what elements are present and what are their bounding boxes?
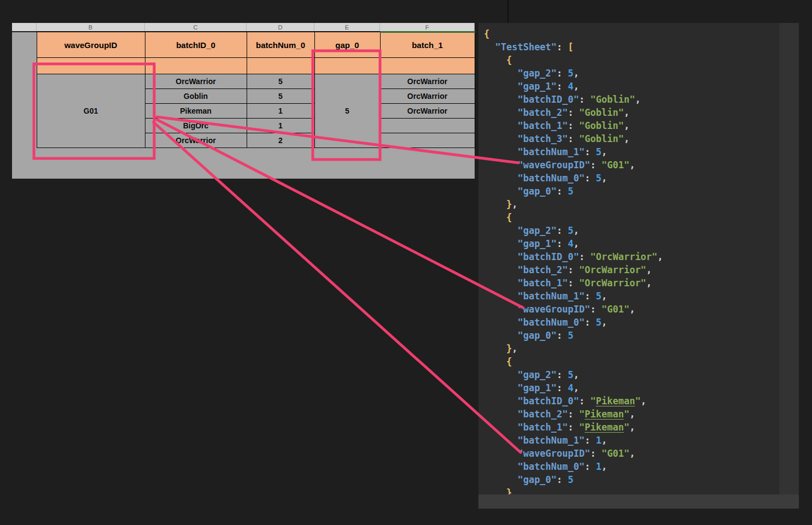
code-line[interactable]: "batch_3": "Goblin", bbox=[484, 132, 663, 145]
cell-batch_1[interactable] bbox=[380, 119, 475, 133]
code-line[interactable]: "batch_1": "Pikeman", bbox=[484, 421, 663, 434]
column-letter-D[interactable]: D bbox=[247, 23, 314, 31]
cell-batchNum_0[interactable]: 2 bbox=[247, 133, 314, 148]
code-line[interactable]: "gap_0": 5 bbox=[484, 473, 663, 486]
header-cell-batchNum_0[interactable]: batchNum_0 bbox=[247, 32, 314, 58]
code-line[interactable]: "batchID_0": "OrcWarrior", bbox=[484, 250, 663, 263]
json-brace: { bbox=[506, 55, 512, 66]
header-cell-waveGroupID[interactable]: waveGroupID bbox=[37, 32, 145, 58]
code-text[interactable]: { "TestSheet": [ { "gap_2": 5, "gap_1": … bbox=[484, 27, 663, 499]
code-line[interactable]: "batch_2": "Goblin", bbox=[484, 106, 663, 119]
merged-cell-gap_0[interactable]: 5 bbox=[314, 74, 380, 148]
code-line[interactable]: "batchID_0": "Pikeman", bbox=[484, 394, 663, 408]
cell-batchID_0[interactable]: BigOrc bbox=[145, 119, 247, 133]
column-letter-C[interactable]: C bbox=[145, 23, 247, 31]
json-punct bbox=[484, 133, 517, 144]
header-cell-gap_0[interactable]: gap_0 bbox=[314, 32, 380, 58]
orange-cell-gap_0[interactable] bbox=[314, 58, 380, 74]
code-line[interactable]: { bbox=[484, 355, 663, 368]
code-line[interactable]: "batchNum_0": 5, bbox=[484, 316, 663, 329]
json-key: "waveGroupID" bbox=[517, 304, 590, 315]
code-line[interactable]: "batchNum_1": 5, bbox=[484, 290, 663, 303]
json-punct: : bbox=[585, 173, 595, 184]
code-line[interactable]: { bbox=[484, 54, 663, 67]
code-line[interactable]: { bbox=[484, 27, 663, 40]
json-key: "batchNum_0" bbox=[517, 173, 585, 184]
json-punct: : bbox=[585, 291, 595, 302]
json-punct: : bbox=[557, 81, 568, 92]
code-line[interactable]: "gap_2": 5, bbox=[484, 368, 663, 381]
column-letter[interactable] bbox=[12, 23, 37, 31]
code-line[interactable]: "gap_1": 4, bbox=[484, 80, 663, 93]
code-line[interactable]: "gap_1": 4, bbox=[484, 381, 663, 394]
json-punct bbox=[484, 448, 517, 459]
json-number: 4 bbox=[568, 81, 574, 92]
orange-cell-waveGroupID[interactable] bbox=[37, 58, 145, 74]
json-punct bbox=[484, 422, 517, 433]
orange-cell-batchNum_0[interactable] bbox=[247, 58, 314, 74]
code-line[interactable]: "batch_2": "OrcWarrior", bbox=[484, 263, 663, 276]
code-line[interactable]: "batch_1": "OrcWarrior", bbox=[484, 276, 663, 290]
code-line[interactable]: "batchNum_0": 1, bbox=[484, 460, 663, 473]
json-key: "waveGroupID" bbox=[517, 448, 590, 459]
sheet-filler[interactable] bbox=[37, 148, 475, 179]
cell-batchID_0[interactable]: Pikeman bbox=[145, 104, 247, 119]
json-number: 4 bbox=[568, 238, 574, 249]
code-line[interactable]: "gap_0": 5 bbox=[484, 185, 663, 198]
cell-batch_1[interactable]: OrcWarrior bbox=[380, 89, 475, 104]
code-line[interactable]: "gap_1": 4, bbox=[484, 237, 663, 250]
code-line[interactable]: }, bbox=[484, 198, 663, 211]
json-number: 5 bbox=[596, 317, 601, 328]
code-line[interactable]: "waveGroupID": "G01", bbox=[484, 447, 663, 460]
code-line[interactable]: "gap_0": 5 bbox=[484, 329, 663, 342]
code-line[interactable]: "batch_1": "Goblin", bbox=[484, 119, 663, 132]
code-line[interactable]: "waveGroupID": "G01", bbox=[484, 158, 663, 172]
code-line[interactable]: "batch_2": "Pikeman", bbox=[484, 408, 663, 421]
json-key: "gap_0" bbox=[517, 474, 557, 485]
column-letter-E[interactable]: E bbox=[314, 23, 380, 31]
orange-cell-batchID_0[interactable] bbox=[145, 58, 247, 74]
header-cell-batchID_0[interactable]: batchID_0 bbox=[145, 32, 247, 58]
cell-batch_1[interactable]: OrcWarrior bbox=[380, 104, 475, 119]
code-line[interactable]: "batchNum_1": 5, bbox=[484, 145, 663, 158]
column-a-sliver[interactable] bbox=[12, 32, 37, 179]
column-letter-B[interactable]: B bbox=[37, 23, 145, 31]
cell-batchNum_0[interactable]: 5 bbox=[247, 74, 314, 89]
column-letter-F[interactable]: F bbox=[380, 23, 475, 31]
json-punct: : bbox=[585, 317, 595, 328]
code-line[interactable]: "batchID_0": "Goblin", bbox=[484, 93, 663, 106]
merged-cell-waveGroupID[interactable]: G01 bbox=[37, 74, 145, 148]
code-line[interactable]: }, bbox=[484, 342, 663, 355]
cell-batch_1[interactable]: OrcWarrior bbox=[380, 74, 475, 89]
json-number: 5 bbox=[568, 225, 574, 236]
cell-batchID_0[interactable]: OrcWarrior bbox=[145, 74, 247, 89]
horizontal-scrollbar[interactable] bbox=[478, 494, 799, 509]
code-line[interactable]: "waveGroupID": "G01", bbox=[484, 303, 663, 316]
code-line[interactable]: "gap_2": 5, bbox=[484, 67, 663, 80]
json-string: Pikeman bbox=[585, 422, 624, 433]
code-line[interactable]: "batchNum_0": 5, bbox=[484, 172, 663, 185]
cell-batchNum_0[interactable]: 5 bbox=[247, 89, 314, 104]
json-punct: , bbox=[574, 369, 579, 380]
code-line[interactable]: "batchNum_1": 1, bbox=[484, 434, 663, 447]
cell-batch_1[interactable] bbox=[380, 133, 475, 148]
cell-batchID_0[interactable]: Goblin bbox=[145, 89, 247, 104]
json-punct: , bbox=[601, 317, 607, 328]
json-punct bbox=[484, 94, 517, 105]
code-line[interactable]: "gap_2": 5, bbox=[484, 224, 663, 237]
json-punct bbox=[484, 55, 506, 66]
json-punct bbox=[484, 461, 517, 472]
header-cell-batch_1[interactable]: batch_1 bbox=[380, 32, 475, 58]
json-punct: : bbox=[557, 330, 568, 341]
json-punct: : bbox=[590, 448, 601, 459]
orange-cell-batch_1[interactable] bbox=[380, 58, 475, 74]
vertical-scrollbar[interactable] bbox=[779, 23, 799, 494]
cell-batchNum_0[interactable]: 1 bbox=[247, 119, 314, 133]
code-line[interactable]: "TestSheet": [ bbox=[484, 40, 663, 54]
cell-batchID_0[interactable]: OrcWarrior bbox=[145, 133, 247, 148]
json-number: 5 bbox=[596, 291, 601, 302]
code-editor-panel[interactable]: { "TestSheet": [ { "gap_2": 5, "gap_1": … bbox=[478, 23, 799, 509]
code-line[interactable]: { bbox=[484, 211, 663, 224]
cell-batchNum_0[interactable]: 1 bbox=[247, 104, 314, 119]
json-string: " bbox=[624, 409, 629, 420]
